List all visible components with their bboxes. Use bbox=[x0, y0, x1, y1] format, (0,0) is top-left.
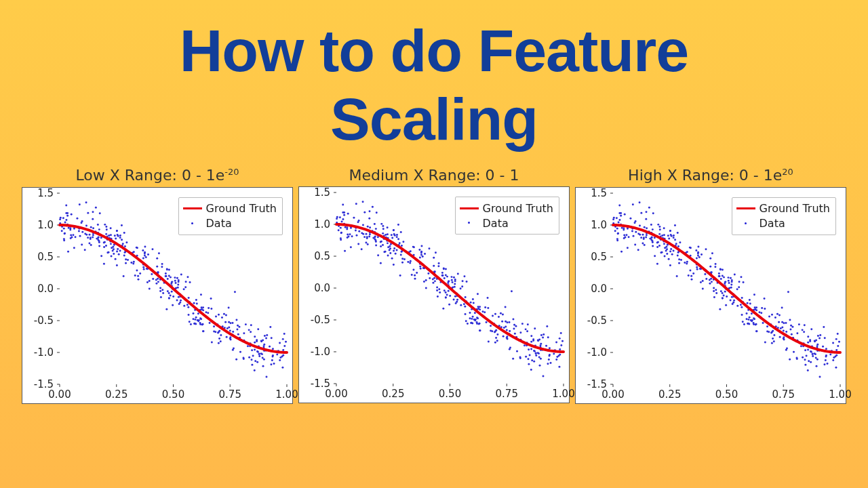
svg-point-36 bbox=[177, 287, 179, 289]
svg-point-920 bbox=[646, 227, 648, 229]
svg-point-181 bbox=[197, 312, 199, 314]
svg-point-184 bbox=[95, 207, 97, 209]
svg-point-669 bbox=[433, 257, 435, 259]
svg-point-95 bbox=[158, 252, 160, 254]
svg-point-395 bbox=[166, 268, 168, 270]
chart-panel: High X Range: 0 - 1e20-1.5-1.0-0.50.00.5… bbox=[575, 167, 846, 403]
svg-point-366 bbox=[279, 342, 281, 344]
svg-point-442 bbox=[546, 325, 548, 327]
svg-point-216 bbox=[136, 246, 138, 248]
svg-point-733 bbox=[451, 279, 453, 281]
svg-point-316 bbox=[281, 366, 283, 368]
svg-point-164 bbox=[254, 360, 256, 362]
svg-point-900 bbox=[781, 306, 783, 308]
svg-point-1232 bbox=[751, 319, 753, 321]
y-tick-label: -0.5 bbox=[311, 314, 330, 326]
svg-point-720 bbox=[419, 257, 421, 259]
svg-point-1192 bbox=[680, 259, 682, 261]
svg-point-1145 bbox=[728, 279, 730, 281]
svg-point-836 bbox=[749, 299, 751, 301]
svg-point-1122 bbox=[812, 353, 814, 355]
svg-point-541 bbox=[524, 345, 526, 347]
svg-point-586 bbox=[540, 334, 542, 336]
svg-point-650 bbox=[412, 269, 414, 271]
svg-point-694 bbox=[419, 266, 421, 268]
svg-point-971 bbox=[645, 236, 647, 238]
svg-point-495 bbox=[528, 359, 530, 361]
svg-point-298 bbox=[258, 353, 260, 355]
svg-point-339 bbox=[124, 245, 126, 247]
svg-point-291 bbox=[201, 306, 203, 308]
svg-point-290 bbox=[73, 227, 75, 229]
svg-point-411 bbox=[90, 237, 92, 239]
svg-point-843 bbox=[624, 213, 626, 215]
svg-point-550 bbox=[362, 201, 364, 203]
svg-point-1171 bbox=[747, 323, 749, 325]
svg-point-649 bbox=[384, 251, 387, 253]
svg-point-746 bbox=[521, 323, 524, 325]
svg-point-99 bbox=[143, 268, 145, 270]
svg-point-779 bbox=[391, 235, 393, 237]
svg-point-1140 bbox=[835, 366, 837, 368]
svg-point-1126 bbox=[822, 345, 824, 347]
svg-point-798 bbox=[377, 255, 379, 257]
svg-point-612 bbox=[525, 356, 527, 358]
svg-point-1177 bbox=[618, 212, 620, 214]
svg-point-187 bbox=[250, 331, 252, 333]
x-tick-label: 0.00 bbox=[48, 388, 71, 401]
svg-point-611 bbox=[516, 350, 518, 352]
svg-point-752 bbox=[465, 296, 467, 298]
svg-point-819 bbox=[494, 331, 496, 333]
svg-point-334 bbox=[245, 323, 247, 325]
svg-point-1162 bbox=[695, 249, 697, 251]
plot-area: -1.5-1.0-0.50.00.51.01.50.000.250.500.75… bbox=[298, 186, 570, 403]
svg-point-428 bbox=[505, 326, 507, 328]
svg-point-486 bbox=[424, 253, 426, 255]
svg-point-857 bbox=[722, 274, 724, 277]
legend-line-icon bbox=[736, 207, 755, 209]
svg-point-1200 bbox=[646, 211, 648, 213]
svg-point-772 bbox=[365, 242, 367, 244]
svg-point-304 bbox=[171, 290, 173, 292]
svg-point-577 bbox=[393, 230, 395, 232]
svg-point-537 bbox=[538, 357, 540, 359]
svg-point-1115 bbox=[754, 306, 756, 308]
svg-point-348 bbox=[167, 290, 169, 292]
svg-point-77 bbox=[97, 239, 99, 241]
svg-point-512 bbox=[463, 276, 465, 278]
svg-point-589 bbox=[498, 316, 500, 318]
svg-point-523 bbox=[519, 357, 521, 359]
svg-point-721 bbox=[342, 218, 344, 220]
svg-point-226 bbox=[130, 262, 132, 264]
svg-point-310 bbox=[117, 235, 119, 237]
svg-point-959 bbox=[671, 253, 673, 255]
svg-point-844 bbox=[673, 235, 675, 237]
svg-point-761 bbox=[384, 234, 387, 236]
svg-point-978 bbox=[785, 322, 787, 324]
svg-point-1196 bbox=[697, 251, 699, 253]
svg-point-856 bbox=[637, 249, 639, 251]
svg-point-874 bbox=[686, 260, 688, 262]
svg-point-994 bbox=[714, 266, 716, 268]
svg-point-583 bbox=[496, 340, 498, 342]
svg-point-472 bbox=[425, 279, 427, 281]
svg-point-767 bbox=[476, 323, 478, 325]
svg-point-990 bbox=[764, 298, 766, 300]
svg-point-1153 bbox=[783, 338, 785, 340]
svg-point-509 bbox=[533, 361, 535, 363]
legend-entry-data: Data bbox=[460, 216, 554, 230]
svg-point-543 bbox=[494, 313, 496, 315]
svg-point-579 bbox=[509, 330, 511, 332]
svg-point-186 bbox=[213, 325, 215, 327]
svg-point-57 bbox=[65, 204, 67, 206]
svg-point-1112 bbox=[628, 236, 630, 238]
svg-point-814 bbox=[448, 281, 450, 283]
svg-point-915 bbox=[713, 290, 715, 292]
svg-point-578 bbox=[487, 297, 489, 299]
svg-point-630 bbox=[542, 337, 544, 339]
svg-point-1170 bbox=[652, 245, 654, 247]
svg-point-29 bbox=[209, 322, 211, 324]
svg-point-404 bbox=[157, 271, 159, 273]
svg-point-337 bbox=[187, 306, 189, 308]
svg-point-840 bbox=[781, 326, 783, 328]
